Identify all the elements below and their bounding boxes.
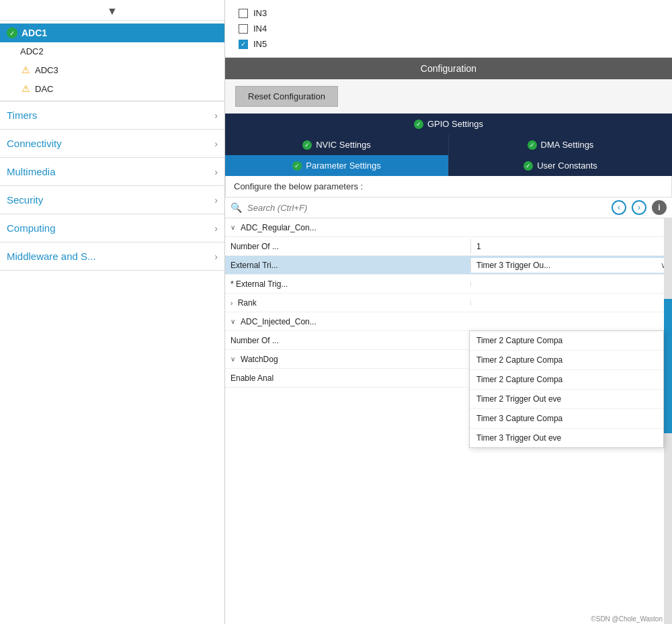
collapse-arrow-watchdog[interactable]: ∨ bbox=[230, 355, 235, 363]
timers-label: Timers bbox=[7, 109, 37, 121]
enable-anal-label: Enable Anal bbox=[225, 371, 470, 386]
param-row-external-tri: External Tri... Timer 3 Trigger Ou... ∨ bbox=[225, 256, 672, 275]
watermark: ©SDN @Chole_Waston bbox=[591, 615, 663, 623]
sort-icon[interactable]: ▼ bbox=[107, 5, 118, 17]
collapse-arrow-adc-regular[interactable]: ∨ bbox=[230, 224, 235, 231]
sidebar-item-security[interactable]: Security › bbox=[0, 186, 224, 214]
checkbox-in3[interactable]: IN3 bbox=[239, 5, 659, 21]
number-of2-label: Number Of ... bbox=[225, 333, 470, 348]
sidebar-item-connectivity[interactable]: Connectivity › bbox=[0, 130, 224, 158]
external-tri-dropdown-text: Timer 3 Trigger Ou... bbox=[476, 261, 550, 270]
sidebar: ▼ ✓ ADC1 ADC2 ⚠ ADC3 ⚠ DAC Timers › Conn… bbox=[0, 0, 225, 624]
tab-dma-label: DMA Settings bbox=[541, 140, 594, 150]
external-tri-value[interactable]: Timer 3 Trigger Ou... ∨ bbox=[470, 258, 672, 273]
tab-check-dma: ✓ bbox=[528, 140, 537, 150]
tab-gpio-label: GPIO Settings bbox=[427, 119, 483, 129]
tab-user-label: User Constants bbox=[537, 161, 597, 171]
dropdown-item-3[interactable]: Timer 2 Trigger Out eve bbox=[470, 390, 663, 409]
adc3-label: ADC3 bbox=[35, 65, 58, 75]
reset-config-button[interactable]: Reset Configuration bbox=[235, 86, 338, 107]
checkbox-in3-box[interactable] bbox=[239, 9, 248, 18]
tabs-row1: ✓ GPIO Settings bbox=[225, 114, 672, 134]
checkbox-in5-label: IN5 bbox=[253, 39, 267, 49]
warning-icon-adc3: ⚠ bbox=[20, 64, 31, 75]
adc2-label: ADC2 bbox=[20, 46, 44, 56]
adc-injected-label: ADC_Injected_Con... bbox=[241, 317, 317, 326]
prev-nav-button[interactable]: ‹ bbox=[612, 200, 626, 215]
sidebar-item-adc1[interactable]: ✓ ADC1 bbox=[0, 24, 224, 42]
number-of-label: Number Of ... bbox=[225, 239, 470, 254]
checkbox-in5-box[interactable]: ✓ bbox=[239, 40, 248, 49]
sidebar-item-dac[interactable]: ⚠ DAC bbox=[0, 79, 224, 98]
collapse-arrow-adc-injected[interactable]: ∨ bbox=[230, 318, 235, 325]
dropdown-item-1[interactable]: Timer 2 Capture Compa bbox=[470, 351, 663, 370]
tab-check-user: ✓ bbox=[523, 161, 533, 171]
sidebar-item-middleware[interactable]: Middleware and S... › bbox=[0, 242, 224, 271]
adc1-label: ADC1 bbox=[22, 28, 47, 38]
chevron-right-icon-connectivity: › bbox=[214, 138, 218, 149]
number-of-value[interactable]: 1 bbox=[470, 239, 672, 254]
adc-regular-header: ∨ ADC_Regular_Con... bbox=[225, 220, 672, 236]
dac-label: DAC bbox=[35, 84, 53, 94]
middleware-label: Middleware and S... bbox=[7, 251, 96, 262]
param-row-adc-injected: ∨ ADC_Injected_Con... bbox=[225, 312, 672, 331]
dropdown-item-5[interactable]: Timer 3 Trigger Out eve bbox=[470, 429, 663, 447]
multimedia-label: Multimedia bbox=[7, 166, 56, 177]
expand-arrow-rank[interactable]: › bbox=[230, 300, 233, 307]
scrollbar-track bbox=[664, 218, 672, 624]
chevron-right-icon-security: › bbox=[214, 195, 218, 206]
checkbox-in5[interactable]: ✓ IN5 bbox=[239, 36, 659, 52]
sidebar-item-adc3[interactable]: ⚠ ADC3 bbox=[0, 60, 224, 79]
tab-user-constants[interactable]: ✓ User Constants bbox=[449, 155, 672, 176]
check-icon-adc1: ✓ bbox=[7, 28, 17, 38]
config-header: Configuration bbox=[225, 58, 672, 79]
adc-injected-header: ∨ ADC_Injected_Con... bbox=[225, 314, 672, 330]
checkboxes-area: IN3 IN4 ✓ IN5 bbox=[225, 0, 672, 58]
param-row-external-trig2: * External Trig... bbox=[225, 275, 672, 294]
main-content: IN3 IN4 ✓ IN5 Configuration Reset Config… bbox=[225, 0, 672, 624]
checkbox-in4-label: IN4 bbox=[253, 24, 267, 34]
sidebar-item-adc2[interactable]: ADC2 bbox=[0, 42, 224, 60]
next-nav-button[interactable]: › bbox=[632, 200, 646, 215]
param-row-number-of: Number Of ... 1 bbox=[225, 237, 672, 256]
param-row-adc-regular: ∨ ADC_Regular_Con... bbox=[225, 218, 672, 237]
external-trig2-label: * External Trig... bbox=[225, 277, 470, 292]
adc-regular-label: ADC_Regular_Con... bbox=[241, 223, 317, 232]
tab-nvic-label: NVIC Settings bbox=[316, 140, 371, 150]
dropdown-item-0[interactable]: Timer 2 Capture Compa bbox=[470, 331, 663, 351]
params-table: ∨ ADC_Regular_Con... Number Of ... 1 Ext… bbox=[225, 218, 672, 624]
chevron-right-icon-multimedia: › bbox=[214, 167, 218, 177]
sidebar-top: ▼ bbox=[0, 0, 224, 21]
rank-value[interactable] bbox=[470, 300, 672, 306]
reset-area: Reset Configuration bbox=[225, 79, 672, 114]
chevron-right-icon-timers: › bbox=[214, 110, 218, 121]
checkbox-in4-box[interactable] bbox=[239, 24, 248, 34]
tabs-row3: ✓ Parameter Settings ✓ User Constants bbox=[225, 155, 672, 176]
warning-icon-dac: ⚠ bbox=[20, 83, 31, 94]
tab-parameter[interactable]: ✓ Parameter Settings bbox=[225, 155, 449, 176]
scrollbar-thumb[interactable] bbox=[664, 299, 672, 433]
dropdown-item-2[interactable]: Timer 2 Capture Compa bbox=[470, 370, 663, 390]
external-tri-label: External Tri... bbox=[225, 258, 470, 273]
configure-text-label: Configure the below parameters : bbox=[234, 181, 363, 191]
search-icon: 🔍 bbox=[230, 202, 242, 213]
search-input[interactable] bbox=[247, 203, 606, 213]
checkbox-in4[interactable]: IN4 bbox=[239, 21, 659, 36]
info-button[interactable]: i bbox=[652, 200, 667, 215]
tab-gpio[interactable]: ✓ GPIO Settings bbox=[225, 114, 672, 134]
param-row-rank: › Rank bbox=[225, 294, 672, 312]
dropdown-item-4[interactable]: Timer 3 Capture Compa bbox=[470, 409, 663, 429]
tab-dma[interactable]: ✓ DMA Settings bbox=[449, 134, 672, 155]
external-trig2-value[interactable] bbox=[470, 281, 672, 287]
sidebar-item-multimedia[interactable]: Multimedia › bbox=[0, 158, 224, 186]
chevron-right-icon-middleware: › bbox=[214, 251, 218, 262]
checkbox-in3-label: IN3 bbox=[253, 8, 267, 18]
sidebar-item-computing[interactable]: Computing › bbox=[0, 214, 224, 242]
watchdog-label: WatchDog bbox=[241, 355, 278, 364]
configure-text: Configure the below parameters : bbox=[225, 176, 672, 197]
chevron-right-icon-computing: › bbox=[214, 223, 218, 234]
security-label: Security bbox=[7, 194, 43, 206]
tab-nvic[interactable]: ✓ NVIC Settings bbox=[225, 134, 449, 155]
adc-items-group: ✓ ADC1 ADC2 ⚠ ADC3 ⚠ DAC bbox=[0, 21, 224, 101]
sidebar-item-timers[interactable]: Timers › bbox=[0, 101, 224, 130]
